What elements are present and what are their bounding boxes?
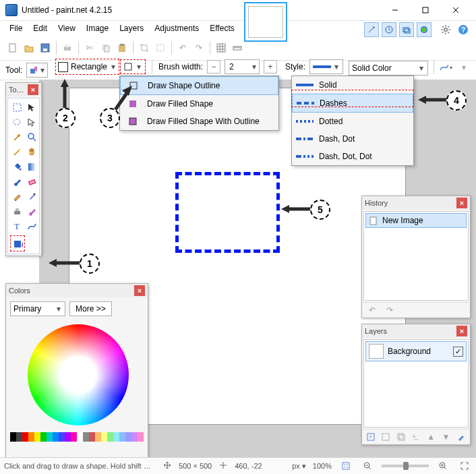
menu-view[interactable]: View <box>53 22 81 34</box>
tool-shapes[interactable] <box>10 235 25 251</box>
tool-wand-2[interactable] <box>10 145 24 158</box>
shape-selector[interactable]: Rectangle ▾ <box>55 59 119 75</box>
style-dash-dot-dot[interactable]: Dash, Dot, Dot <box>292 148 413 165</box>
swatch[interactable] <box>77 432 83 442</box>
print-icon[interactable] <box>60 40 75 55</box>
swatch[interactable] <box>125 432 131 442</box>
swatch[interactable] <box>47 432 53 442</box>
layer-add-icon[interactable]: + <box>365 429 377 444</box>
style-selector[interactable]: ▾ <box>309 59 343 74</box>
brush-width-input[interactable]: ▾ <box>225 59 260 74</box>
colors-close-icon[interactable]: × <box>134 285 145 296</box>
swatch[interactable] <box>65 432 71 442</box>
grid-icon[interactable] <box>214 40 229 55</box>
swatch[interactable] <box>113 432 119 442</box>
minimize-button[interactable] <box>380 1 410 20</box>
tool-selector[interactable]: ▾ <box>26 63 48 78</box>
layer-dup-icon[interactable] <box>395 429 407 444</box>
tool-eraser[interactable] <box>25 175 38 188</box>
style-solid[interactable]: Solid <box>292 76 413 94</box>
toggle-colors-button[interactable] <box>417 22 432 37</box>
zoom-out-icon[interactable] <box>360 458 375 473</box>
layer-props-icon[interactable] <box>455 429 467 444</box>
ruler-icon[interactable] <box>230 40 245 55</box>
swatch[interactable] <box>83 432 89 442</box>
color-wheel[interactable] <box>28 324 129 425</box>
undo-icon[interactable]: ↶ <box>175 40 190 55</box>
tool-text[interactable]: T <box>10 219 24 233</box>
tool-lasso[interactable] <box>10 115 24 129</box>
toggle-history-button[interactable] <box>382 22 396 37</box>
save-icon[interactable] <box>38 40 53 55</box>
fill-selector[interactable]: Solid Color▾ <box>349 61 428 76</box>
tool-rect-select[interactable] <box>10 100 24 114</box>
close-button[interactable] <box>440 1 471 20</box>
swatch[interactable] <box>89 432 95 442</box>
cut-icon[interactable]: ✄ <box>82 40 97 55</box>
redo-icon[interactable]: ↷ <box>191 40 206 55</box>
layer-item[interactable]: Background ✓ <box>365 341 467 361</box>
layer-down-icon[interactable]: ▼ <box>440 429 452 444</box>
swatch[interactable] <box>59 432 65 442</box>
tool-clone[interactable] <box>10 204 24 218</box>
overflow-icon[interactable]: ▾ <box>456 60 471 75</box>
tool-gradient[interactable] <box>25 160 38 173</box>
settings-icon[interactable] <box>438 22 453 37</box>
deselect-icon[interactable] <box>153 40 168 55</box>
new-icon[interactable] <box>5 40 20 55</box>
tool-pan[interactable] <box>25 145 38 158</box>
brush-plus-icon[interactable]: + <box>264 60 277 73</box>
history-item[interactable]: New Image <box>365 213 467 228</box>
style-dashes[interactable]: Dashes <box>292 94 413 113</box>
menu-item-filled-outline[interactable]: Draw Filled Shape With Outline <box>120 113 278 130</box>
tool-picker[interactable] <box>25 189 38 203</box>
layer-delete-icon[interactable] <box>380 429 392 444</box>
menu-image[interactable]: Image <box>81 22 114 34</box>
swatch[interactable] <box>34 432 40 442</box>
color-palette[interactable] <box>10 432 144 442</box>
open-icon[interactable] <box>22 40 36 55</box>
menu-layers[interactable]: Layers <box>114 22 149 34</box>
swatch[interactable] <box>53 432 59 442</box>
swatch[interactable] <box>101 432 107 442</box>
swatch[interactable] <box>40 432 47 442</box>
swatch[interactable] <box>71 432 77 442</box>
swatch[interactable] <box>107 432 113 442</box>
swatch[interactable] <box>138 432 144 442</box>
color-mode-selector[interactable]: Primary▾ <box>10 301 65 316</box>
tools-close-icon[interactable]: × <box>28 84 38 95</box>
swatch[interactable] <box>22 432 28 442</box>
colors-more-button[interactable]: More >> <box>69 301 112 316</box>
tool-move-selection[interactable] <box>25 100 38 114</box>
layer-visible-checkbox[interactable]: ✓ <box>453 347 463 357</box>
history-close-icon[interactable]: × <box>456 198 467 208</box>
zoom-in-icon[interactable] <box>436 458 450 473</box>
fullscreen-icon[interactable] <box>457 458 472 473</box>
zoom-slider[interactable] <box>382 465 429 467</box>
swatch[interactable] <box>131 432 138 442</box>
tool-brush[interactable] <box>10 175 24 188</box>
swatch[interactable] <box>16 432 22 442</box>
paste-icon[interactable] <box>115 40 129 55</box>
tool-recolor[interactable] <box>25 204 38 218</box>
layer-up-icon[interactable]: ▲ <box>425 429 437 444</box>
menu-item-filled[interactable]: Draw Filled Shape <box>120 95 278 113</box>
tool-pencil[interactable] <box>10 189 24 203</box>
fit-window-icon[interactable] <box>338 458 353 473</box>
toggle-layers-button[interactable] <box>399 22 414 37</box>
menu-edit[interactable]: Edit <box>28 22 53 34</box>
curve-icon[interactable]: ▾ <box>439 60 454 75</box>
help-icon[interactable]: ? <box>456 22 471 37</box>
copy-icon[interactable] <box>98 40 113 55</box>
menu-effects[interactable]: Effects <box>204 22 239 34</box>
tool-bucket[interactable] <box>10 160 24 173</box>
history-redo-icon[interactable]: ↷ <box>382 303 397 318</box>
swatch[interactable] <box>28 432 34 442</box>
maximize-button[interactable] <box>410 1 440 20</box>
history-undo-icon[interactable]: ↶ <box>365 303 380 318</box>
swatch[interactable] <box>95 432 101 442</box>
style-dotted[interactable]: Dotted <box>292 113 413 130</box>
crop-icon[interactable] <box>137 40 152 55</box>
tool-zoom[interactable] <box>25 130 38 144</box>
tool-magic-wand[interactable] <box>10 130 24 144</box>
